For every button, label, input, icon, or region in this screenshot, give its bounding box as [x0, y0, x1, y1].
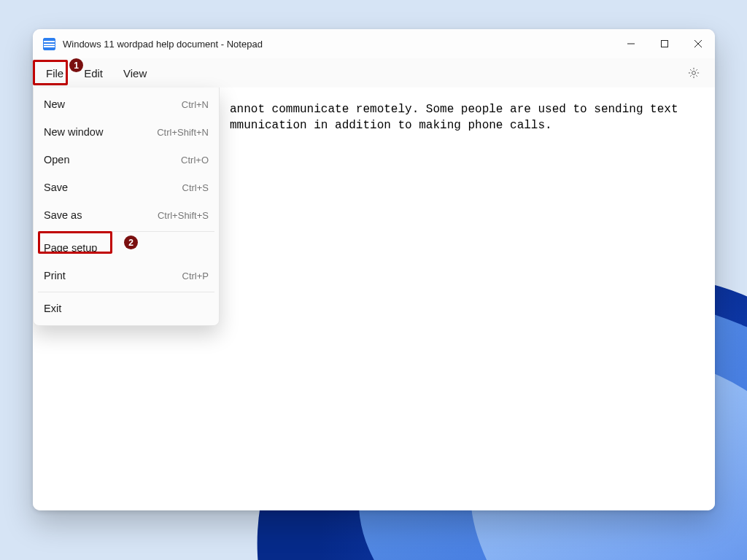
- menu-item-shortcut: Ctrl+N: [182, 99, 209, 110]
- menu-item-print[interactable]: Print Ctrl+P: [34, 262, 219, 289]
- menu-item-label: Open: [44, 154, 181, 166]
- menu-item-exit[interactable]: Exit: [34, 295, 219, 322]
- menu-separator: [38, 292, 214, 292]
- menu-item-label: Page setup: [44, 242, 209, 254]
- menu-item-shortcut: Ctrl+O: [181, 155, 209, 166]
- window-title: Windows 11 wordpad help document - Notep…: [63, 39, 263, 50]
- document-line-1: annot communicate remotely. Some people …: [230, 103, 678, 116]
- notepad-window: Windows 11 wordpad help document - Notep…: [33, 29, 715, 510]
- titlebar[interactable]: Windows 11 wordpad help document - Notep…: [33, 29, 715, 58]
- menu-item-save[interactable]: Save Ctrl+S: [34, 174, 219, 201]
- notepad-app-icon: [43, 38, 55, 50]
- document-line-2: mmunication in addition to making phone …: [230, 119, 552, 132]
- menu-edit[interactable]: Edit: [74, 63, 113, 84]
- menu-item-save-as[interactable]: Save as Ctrl+Shift+S: [34, 201, 219, 229]
- menu-file[interactable]: File: [36, 63, 74, 84]
- menu-item-shortcut: Ctrl+Shift+N: [157, 127, 209, 138]
- window-controls: [614, 29, 715, 58]
- svg-rect-1: [662, 41, 668, 47]
- menu-item-label: New window: [44, 126, 157, 138]
- maximize-button[interactable]: [648, 29, 681, 58]
- menu-item-new-window[interactable]: New window Ctrl+Shift+N: [34, 118, 219, 146]
- minimize-button[interactable]: [614, 29, 648, 58]
- menu-separator: [38, 231, 214, 232]
- maximize-icon: [660, 39, 669, 48]
- menu-view[interactable]: View: [113, 63, 157, 84]
- menu-item-shortcut: Ctrl+P: [182, 271, 209, 281]
- document-text[interactable]: annot communicate remotely. Some people …: [230, 102, 700, 133]
- menu-item-new[interactable]: New Ctrl+N: [34, 90, 219, 118]
- menu-item-open[interactable]: Open Ctrl+O: [34, 146, 219, 174]
- close-icon: [694, 39, 703, 48]
- menu-item-label: Print: [44, 270, 182, 281]
- menu-item-shortcut: Ctrl+Shift+S: [158, 210, 209, 221]
- menu-item-label: New: [44, 98, 182, 110]
- menubar: File Edit View 1: [33, 58, 715, 88]
- close-button[interactable]: [681, 29, 715, 58]
- minimize-icon: [627, 39, 635, 48]
- editor-area[interactable]: annot communicate remotely. Some people …: [33, 88, 715, 510]
- menu-item-shortcut: Ctrl+S: [182, 182, 209, 193]
- menu-item-label: Save as: [44, 209, 158, 221]
- menu-item-page-setup[interactable]: Page setup: [34, 234, 219, 262]
- menu-item-label: Save: [44, 182, 182, 193]
- file-menu-dropdown: New Ctrl+N New window Ctrl+Shift+N Open …: [33, 88, 220, 326]
- settings-button[interactable]: [680, 61, 708, 85]
- gear-icon: [687, 66, 700, 79]
- menu-item-label: Exit: [44, 303, 209, 314]
- svg-point-4: [692, 71, 696, 75]
